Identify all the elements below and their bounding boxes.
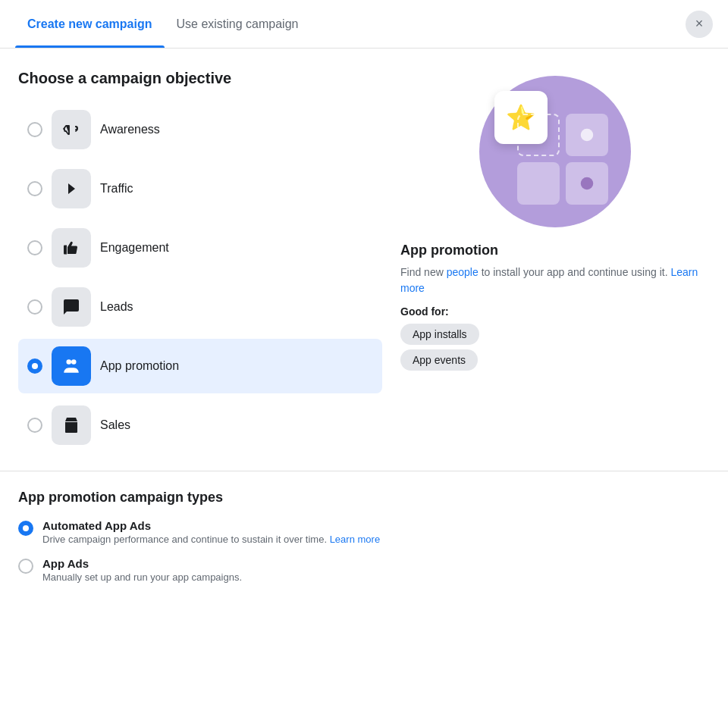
objective-item-sales[interactable]: Sales xyxy=(18,398,382,452)
automated-desc-start: Drive campaign performance and continue … xyxy=(42,534,330,545)
automated-text: Automated App Ads Drive campaign perform… xyxy=(42,519,380,545)
bottom-section: App promotion campaign types Automated A… xyxy=(0,471,728,619)
app-ads-desc: Manually set up and run your app campaig… xyxy=(42,571,242,583)
modal-container: Create new campaign Use existing campaig… xyxy=(0,0,728,717)
promo-people-link[interactable]: people xyxy=(447,266,479,278)
campaign-type-automated[interactable]: Automated App Ads Drive campaign perform… xyxy=(18,519,710,545)
engagement-label: Engagement xyxy=(100,241,169,255)
automated-name: Automated App Ads xyxy=(42,519,380,532)
sales-icon-box xyxy=(52,405,91,445)
svg-point-1 xyxy=(71,359,77,365)
section-title: Choose a campaign objective xyxy=(18,70,382,87)
radio-automated[interactable] xyxy=(18,521,33,536)
promo-description: Find new people to install your app and … xyxy=(400,265,710,296)
tab-use-existing[interactable]: Use existing campaign xyxy=(165,0,311,48)
automated-learn-more[interactable]: Learn more xyxy=(330,534,380,545)
illus-cell-3 xyxy=(517,162,560,205)
radio-engagement[interactable] xyxy=(27,240,42,255)
radio-app-ads[interactable] xyxy=(18,559,33,574)
svg-point-3 xyxy=(581,177,594,190)
right-panel: ⭐ ↓ xyxy=(400,70,710,452)
traffic-icon-box xyxy=(52,169,91,208)
svg-point-0 xyxy=(67,359,72,365)
leads-label: Leads xyxy=(100,300,133,314)
tab-create-new[interactable]: Create new campaign xyxy=(15,0,165,48)
tab-use-existing-label: Use existing campaign xyxy=(177,17,299,31)
objective-item-awareness[interactable]: Awareness xyxy=(18,102,382,157)
radio-awareness[interactable] xyxy=(27,122,42,137)
radio-traffic[interactable] xyxy=(27,181,42,196)
objective-item-leads[interactable]: Leads xyxy=(18,280,382,334)
traffic-label: Traffic xyxy=(100,182,133,196)
main-content: Choose a campaign objective Awareness xyxy=(0,49,728,471)
app-promotion-icon-box xyxy=(52,346,91,386)
good-for-label: Good for: xyxy=(400,305,710,318)
svg-point-2 xyxy=(581,129,594,142)
awareness-label: Awareness xyxy=(100,123,160,136)
leads-icon-box xyxy=(52,287,91,327)
automated-desc: Drive campaign performance and continue … xyxy=(42,534,380,545)
illus-grid: ↓ xyxy=(517,114,608,205)
left-panel: Choose a campaign objective Awareness xyxy=(18,70,382,452)
tag-app-installs: App installs xyxy=(400,324,479,345)
objective-item-app-promotion[interactable]: App promotion xyxy=(18,339,382,393)
promo-title: App promotion xyxy=(400,243,710,258)
close-button[interactable]: × xyxy=(686,11,713,38)
objective-item-traffic[interactable]: Traffic xyxy=(18,161,382,216)
campaign-types-title: App promotion campaign types xyxy=(18,490,710,506)
engagement-icon-box xyxy=(52,228,91,268)
radio-leads[interactable] xyxy=(27,299,42,315)
good-for-tags: App installs App events xyxy=(400,324,710,371)
promo-desc-middle: to install your app and continue using i… xyxy=(479,266,671,278)
app-ads-text: App Ads Manually set up and run your app… xyxy=(42,557,242,583)
campaign-type-app-ads[interactable]: App Ads Manually set up and run your app… xyxy=(18,557,710,583)
sales-label: Sales xyxy=(100,418,130,432)
promo-illustration: ⭐ ↓ xyxy=(479,76,631,227)
app-ads-name: App Ads xyxy=(42,557,242,570)
objective-list: Awareness Traffic xyxy=(18,102,382,452)
illus-cell-2 xyxy=(566,114,608,156)
app-promotion-label: App promotion xyxy=(100,359,179,373)
tag-app-events: App events xyxy=(400,349,478,371)
tab-create-new-label: Create new campaign xyxy=(27,17,152,31)
illus-cell-1: ↓ xyxy=(517,114,560,156)
illus-cell-4 xyxy=(566,162,608,205)
illus-inner: ⭐ ↓ xyxy=(494,91,616,212)
objective-item-engagement[interactable]: Engagement xyxy=(18,221,382,275)
radio-sales[interactable] xyxy=(27,418,42,433)
tab-header: Create new campaign Use existing campaig… xyxy=(0,0,728,49)
awareness-icon-box xyxy=(52,110,91,149)
promo-desc-start: Find new xyxy=(400,266,447,278)
radio-app-promotion[interactable] xyxy=(27,358,42,374)
